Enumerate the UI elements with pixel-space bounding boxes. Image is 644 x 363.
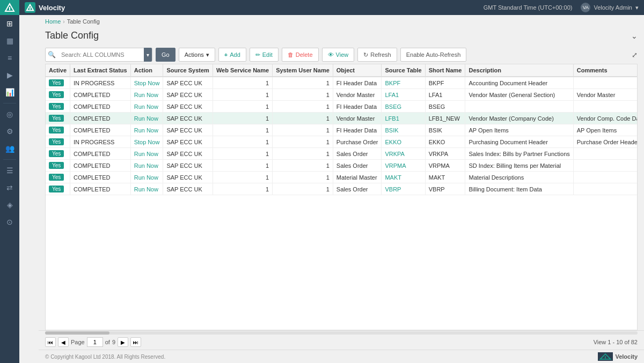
footer-brand-text: Velocity bbox=[615, 353, 638, 360]
cell-source-table[interactable]: LFA1 bbox=[382, 89, 425, 101]
cell-active: Yes bbox=[46, 148, 70, 160]
add-button[interactable]: + Add bbox=[218, 48, 246, 62]
sidebar-item-chart[interactable]: 📊 bbox=[0, 84, 19, 101]
table-row[interactable]: Yes COMPLETED Run Now SAP ECC UK 1 1 FI … bbox=[46, 124, 638, 136]
col-description: Description bbox=[465, 64, 573, 77]
sidebar-item-play[interactable]: ▶ bbox=[0, 66, 19, 84]
pag-first-btn[interactable]: ⏮ bbox=[45, 337, 56, 347]
go-button[interactable]: Go bbox=[156, 48, 175, 62]
cell-system-user: 1 bbox=[273, 101, 333, 113]
table-header-row: Active Last Extract Status Action Source… bbox=[46, 64, 638, 77]
autorefresh-button[interactable]: Enable Auto-Refresh bbox=[400, 48, 467, 62]
cell-object: Sales Order bbox=[333, 160, 382, 172]
cell-source-table[interactable]: VRKPA bbox=[382, 148, 425, 160]
cell-source-system: SAP ECC UK bbox=[163, 77, 213, 89]
user-menu[interactable]: VA Velocity Admin ▾ bbox=[581, 3, 639, 12]
sidebar-item-connect[interactable]: ◈ bbox=[0, 196, 19, 213]
cell-source-system: SAP ECC UK bbox=[163, 136, 213, 148]
sidebar-item-settings[interactable]: ⚙ bbox=[0, 123, 19, 140]
actions-button[interactable]: Actions ▾ bbox=[179, 48, 215, 62]
sidebar-item-grid[interactable]: ▦ bbox=[0, 32, 19, 49]
sidebar-item-list[interactable]: ≡ bbox=[0, 49, 19, 66]
cell-source-table[interactable]: VRPMA bbox=[382, 160, 425, 172]
cell-action[interactable]: Run Now bbox=[130, 124, 163, 136]
cell-status: IN PROGRESS bbox=[70, 77, 131, 89]
cell-comments bbox=[573, 148, 638, 160]
breadcrumb-home[interactable]: Home bbox=[45, 18, 61, 25]
expand-icon[interactable]: ⌄ bbox=[631, 32, 638, 40]
table-expand-icon[interactable]: ⤢ bbox=[632, 51, 638, 59]
pag-last-btn[interactable]: ⏭ bbox=[130, 337, 141, 347]
footer: © Copyright Kagool Ltd 2018. All Rights … bbox=[39, 350, 644, 363]
edit-button[interactable]: ✏ Edit bbox=[250, 48, 279, 62]
sidebar-logo bbox=[0, 0, 19, 15]
cell-action[interactable]: Run Now bbox=[130, 148, 163, 160]
cell-source-table[interactable]: LFB1 bbox=[382, 113, 425, 124]
sidebar-item-users[interactable]: 👥 bbox=[0, 140, 19, 157]
cell-source-table[interactable]: BSIK bbox=[382, 124, 425, 136]
edit-label: Edit bbox=[262, 51, 273, 58]
cell-source-table[interactable]: MAKT bbox=[382, 172, 425, 183]
table-row[interactable]: Yes COMPLETED Run Now SAP ECC UK 1 1 Sal… bbox=[46, 160, 638, 172]
sidebar-item-target[interactable]: ◎ bbox=[0, 106, 19, 123]
footer-logo: Velocity bbox=[598, 352, 638, 361]
breadcrumb-separator: › bbox=[63, 19, 64, 25]
table-row[interactable]: Yes COMPLETED Run Now SAP ECC UK 1 1 Ven… bbox=[46, 89, 638, 101]
pag-next-btn[interactable]: ▶ bbox=[118, 337, 128, 347]
sidebar-divider-2 bbox=[3, 159, 16, 160]
pag-page-input[interactable] bbox=[87, 337, 103, 347]
pag-prev-btn[interactable]: ◀ bbox=[58, 337, 69, 347]
cell-source-table[interactable]: VBRP bbox=[382, 183, 425, 195]
cell-action[interactable]: Run Now bbox=[130, 113, 163, 124]
col-source-system: Source System bbox=[163, 64, 213, 77]
cell-source-system: SAP ECC UK bbox=[163, 160, 213, 172]
cell-description: Material Descriptions bbox=[465, 172, 573, 183]
pagination-left: ⏮ ◀ Page of 9 ▶ ⏭ bbox=[45, 337, 141, 347]
table-row[interactable]: Yes IN PROGRESS Stop Now SAP ECC UK 1 1 … bbox=[46, 77, 638, 89]
table-row[interactable]: Yes COMPLETED Run Now SAP ECC UK 1 1 Sal… bbox=[46, 183, 638, 195]
cell-action[interactable]: Run Now bbox=[130, 101, 163, 113]
cell-source-system: SAP ECC UK bbox=[163, 113, 213, 124]
cell-active: Yes bbox=[46, 77, 70, 89]
cell-active: Yes bbox=[46, 136, 70, 148]
refresh-label: Refresh bbox=[370, 51, 391, 58]
cell-description: Sales Index: Bills by Partner Functions bbox=[465, 148, 573, 160]
col-short-name: Short Name bbox=[425, 64, 465, 77]
cell-status: COMPLETED bbox=[70, 160, 131, 172]
table-row[interactable]: Yes COMPLETED Run Now SAP ECC UK 1 1 Mat… bbox=[46, 172, 638, 183]
cell-system-user: 1 bbox=[273, 148, 333, 160]
cell-source-system: SAP ECC UK bbox=[163, 183, 213, 195]
search-input[interactable] bbox=[58, 51, 144, 58]
sidebar-item-circle[interactable]: ⊙ bbox=[0, 213, 19, 231]
table-body: Yes IN PROGRESS Stop Now SAP ECC UK 1 1 … bbox=[46, 77, 638, 195]
cell-action[interactable]: Stop Now bbox=[130, 136, 163, 148]
cell-action[interactable]: Run Now bbox=[130, 160, 163, 172]
cell-source-system: SAP ECC UK bbox=[163, 101, 213, 113]
table-row[interactable]: Yes COMPLETED Run Now SAP ECC UK 1 1 Ven… bbox=[46, 113, 638, 124]
cell-action[interactable]: Stop Now bbox=[130, 77, 163, 89]
pag-view-info: View 1 - 10 of 82 bbox=[594, 339, 638, 345]
cell-source-table[interactable]: BSEG bbox=[382, 101, 425, 113]
delete-button[interactable]: 🗑 Delete bbox=[282, 48, 319, 62]
topbar-right: GMT Standard Time (UTC+00:00) VA Velocit… bbox=[484, 3, 639, 12]
scroll-thumb[interactable] bbox=[45, 331, 109, 335]
table-row[interactable]: Yes COMPLETED Run Now SAP ECC UK 1 1 Sal… bbox=[46, 148, 638, 160]
cell-status: COMPLETED bbox=[70, 89, 131, 101]
sidebar-item-transfer[interactable]: ⇄ bbox=[0, 179, 19, 196]
cell-short-name: BSIK bbox=[425, 124, 465, 136]
sidebar-item-table[interactable]: ☰ bbox=[0, 162, 19, 179]
sidebar-item-home[interactable]: ⊞ bbox=[0, 15, 19, 32]
cell-web-service: 1 bbox=[213, 148, 272, 160]
search-dropdown-btn[interactable]: ▾ bbox=[144, 48, 152, 62]
refresh-button[interactable]: ↻ Refresh bbox=[357, 48, 397, 62]
cell-action[interactable]: Run Now bbox=[130, 183, 163, 195]
cell-action[interactable]: Run Now bbox=[130, 89, 163, 101]
table-row[interactable]: Yes COMPLETED Run Now SAP ECC UK 1 1 FI … bbox=[46, 101, 638, 113]
cell-source-table[interactable]: EKKO bbox=[382, 136, 425, 148]
table-row[interactable]: Yes IN PROGRESS Stop Now SAP ECC UK 1 1 … bbox=[46, 136, 638, 148]
pag-of-label: of bbox=[105, 339, 110, 345]
scroll-track[interactable] bbox=[45, 331, 638, 335]
cell-source-table[interactable]: BKPF bbox=[382, 77, 425, 89]
view-button[interactable]: 👁 View bbox=[322, 48, 355, 62]
cell-action[interactable]: Run Now bbox=[130, 172, 163, 183]
